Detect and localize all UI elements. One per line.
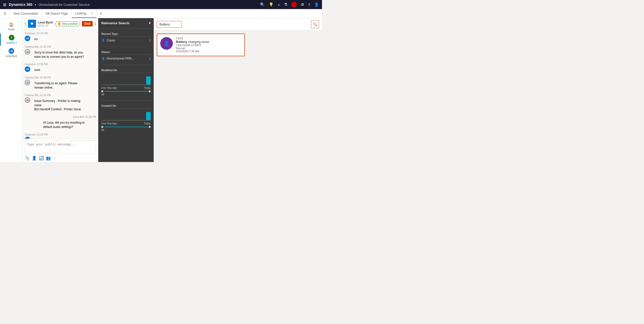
- range2-dot-left[interactable]: [101, 126, 103, 128]
- filter-icon[interactable]: ⚗: [284, 2, 287, 7]
- cases-filter-row[interactable]: 👤 Cases 1: [101, 38, 151, 43]
- message-bubble: Not yet, let me try that: [32, 137, 66, 139]
- slider1-right-label: Today: [144, 87, 151, 89]
- message-group: Contoso Bot, 01:35 PM 🤖 Sorry to know th…: [25, 45, 96, 61]
- tab-add-button[interactable]: +: [96, 9, 106, 18]
- created-on-section: Created On One Year Ago Today All: [101, 104, 151, 132]
- cases-icon: 👤: [101, 39, 105, 42]
- search-icon[interactable]: 🔍: [260, 2, 265, 7]
- topbar: ⊞ Dynamics 365 ▾ Omnichannel for Custome…: [0, 0, 322, 9]
- message-bubble: Issue Summary : Printer is making noise …: [32, 97, 87, 113]
- sidebar-item-incident[interactable]: 2 incident 2: [0, 33, 22, 46]
- battery-search-input[interactable]: [157, 21, 182, 28]
- avatar: 🤖: [25, 97, 30, 103]
- msg-meta: Customer, 01:35 PM: [25, 32, 96, 35]
- slider2-right-label: Today: [144, 122, 151, 125]
- incident-badge: 2: [9, 35, 14, 40]
- grid-icon[interactable]: ⊞: [3, 2, 6, 7]
- cases-count: 1: [149, 39, 151, 42]
- tab-close-icon[interactable]: ✕: [91, 12, 93, 15]
- home-icon: 🏠: [9, 22, 14, 27]
- more-icon[interactable]: ···: [53, 156, 56, 160]
- sentiment-badge: 😊 Very positive: [55, 21, 80, 26]
- message-group: Customer, 01:36 PM LB Not yet, let me tr…: [25, 133, 96, 139]
- case-avatar: 👤: [160, 37, 173, 50]
- sidebar: 🏠 Home 2 incident 2 LB Lesa Byrd: [0, 18, 23, 162]
- case-title: Battery charging issue: [176, 40, 209, 44]
- slider2-range-label: All: [101, 129, 151, 131]
- main-layout: 🏠 Home 2 incident 2 LB Lesa Byrd ▾ 💬 Les…: [0, 18, 322, 162]
- range-dot-right[interactable]: [149, 90, 151, 92]
- chat-customer-name: Lesa Byrd: [38, 21, 53, 24]
- case-id: CAS-01004-X7Z8P2: [176, 44, 209, 47]
- msg-row: LB Not yet, let me try that: [25, 137, 96, 139]
- owner-label: Owner: [101, 50, 151, 53]
- message-bubble: Sorry to know this didnt help, do you wa…: [32, 49, 87, 61]
- help-icon[interactable]: ?: [308, 3, 310, 7]
- case-date: 1/23/2020 7:35 AM: [176, 50, 209, 53]
- user-icon[interactable]: 👤: [314, 2, 319, 7]
- app-title: Dynamics 365: [9, 3, 32, 7]
- avatar: LB: [25, 137, 30, 139]
- modified-on-section: Modified On One Year Ago Today All: [101, 69, 151, 97]
- info-icon[interactable]: ℹ: [95, 22, 96, 26]
- msg-meta: Customer, 01:36 PM: [25, 63, 96, 66]
- chat-panel-dropdown[interactable]: ▾: [25, 22, 26, 25]
- msg-row: 🤖 Issue Summary : Printer is making nois…: [25, 97, 96, 113]
- sidebar-item-lesa-byrd[interactable]: LB Lesa Byrd: [0, 47, 22, 59]
- end-button[interactable]: End: [82, 21, 93, 26]
- slider-labels-2: One Year Ago Today: [101, 122, 151, 125]
- case-title-suffix: charging issue: [187, 40, 209, 44]
- message-bubble: Hi Lesa, did you try resetting to defaul…: [41, 119, 96, 131]
- avatar: LB: [25, 36, 30, 41]
- transfer-icon[interactable]: 🔄: [39, 156, 44, 160]
- group-icon[interactable]: 👥: [46, 156, 51, 160]
- msg-meta: Contoso Bot, 01:36 PM: [25, 76, 96, 79]
- case-card[interactable]: 👤 CASE Battery charging issue CAS-01004-…: [157, 34, 245, 56]
- sidebar-item-home[interactable]: 🏠 Home: [0, 21, 22, 32]
- chat-type-icon: 💬: [28, 20, 36, 28]
- range-dot-left[interactable]: [101, 90, 103, 92]
- chat-messages: Customer, 01:35 PM LB no Contoso Bot, 01…: [23, 30, 98, 139]
- participant-icon[interactable]: 👤: [32, 156, 37, 160]
- topbar-right: 🔍 💡 + ⚗ ⚙ ? 👤: [260, 2, 319, 7]
- results-search-bar: 🔍: [154, 18, 322, 31]
- chat-input-area: 📎 👤 🔄 👥 ···: [23, 139, 98, 162]
- cases-label: Cases: [107, 39, 115, 42]
- chat-input[interactable]: [25, 140, 96, 153]
- case-title-bold: Battery: [176, 40, 187, 44]
- add-icon[interactable]: +: [278, 3, 280, 7]
- results-content: 👤 CASE Battery charging issue CAS-01004-…: [154, 31, 322, 162]
- message-bubble: Transferring to an agent. Please remain …: [32, 80, 87, 91]
- tab-loading[interactable]: Loading... ✕: [72, 9, 96, 18]
- app-dropdown-icon[interactable]: ▾: [35, 3, 36, 6]
- chat-header-info: Lesa Byrd 00:01:18: [38, 21, 53, 27]
- owner-icon: 👤: [101, 57, 105, 60]
- search-button[interactable]: 🔍: [311, 20, 319, 28]
- tab-new-conversation[interactable]: New Conversation: [10, 9, 42, 18]
- range-input-row-2: [101, 126, 151, 128]
- settings-icon[interactable]: ⚙: [301, 2, 304, 7]
- msg-row: LB sure: [25, 66, 96, 74]
- owner-filter-row[interactable]: 👤 Omnichannel PRR... 1: [101, 56, 151, 61]
- range2-dot-right[interactable]: [149, 126, 151, 128]
- msg-row: 🤖 Sorry to know this didnt help, do you …: [25, 49, 96, 61]
- msg-meta: Customer, 01:36 PM: [25, 133, 96, 136]
- tab-kb-search-page[interactable]: KB Search Page: [42, 9, 72, 18]
- hamburger-menu[interactable]: ☰: [0, 9, 10, 18]
- owner-count: 1: [149, 57, 151, 60]
- slider-track: [101, 75, 151, 85]
- status-avatar[interactable]: [291, 2, 297, 7]
- message-bubble: no: [32, 36, 40, 43]
- sidebar-user-label: Lesa Byrd: [6, 55, 17, 58]
- attachment-icon[interactable]: 📎: [25, 156, 30, 160]
- avatar: LB: [25, 66, 30, 72]
- slider1-range-label: All: [101, 93, 151, 96]
- owner-value: Omnichannel PRR...: [107, 57, 134, 60]
- app-subtitle: Omnichannel for Customer Service: [39, 3, 89, 7]
- lightbulb-icon[interactable]: 💡: [269, 2, 274, 7]
- search-panel-dropdown-icon[interactable]: ▾: [149, 21, 151, 25]
- range-input-row: [101, 90, 151, 92]
- search-panel: Relevance Search ▾ Record Type 👤 Cases 1…: [98, 18, 154, 162]
- created-on-label: Created On: [101, 104, 151, 107]
